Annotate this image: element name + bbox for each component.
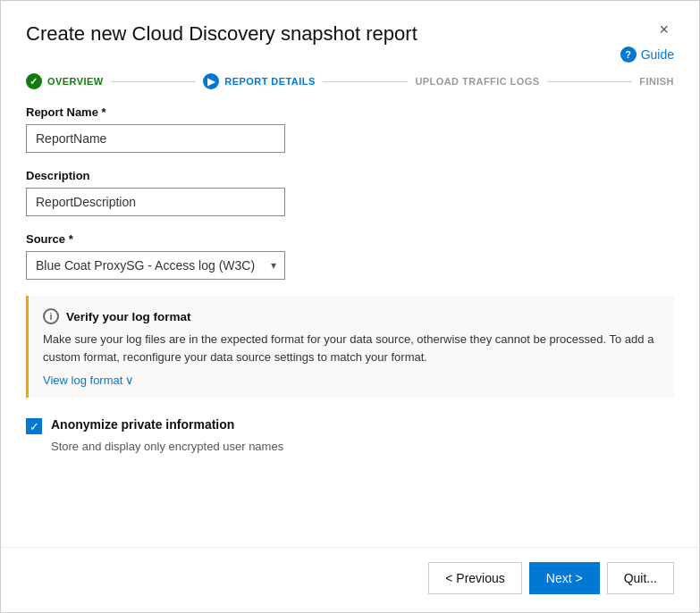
- anonymize-section: ✓ Anonymize private information Store an…: [26, 417, 674, 453]
- view-log-label: View log format: [43, 374, 122, 387]
- next-label: Next >: [546, 571, 583, 585]
- source-select-wrapper: Blue Coat ProxySG - Access log (W3C) Cis…: [26, 251, 285, 280]
- source-group: Source * Blue Coat ProxySG - Access log …: [26, 232, 674, 280]
- info-box-header: i Verify your log format: [43, 308, 660, 324]
- dialog-header: Create new Cloud Discovery snapshot repo…: [1, 1, 699, 73]
- guide-link[interactable]: ? Guide: [620, 46, 674, 63]
- step-upload-traffic-logs: UPLOAD TRAFFIC LOGS: [415, 76, 539, 87]
- step-label-finish: FINISH: [639, 76, 674, 87]
- step-line-1: [111, 81, 197, 82]
- step-report-details: ▶ REPORT DETAILS: [203, 73, 315, 89]
- quit-label: Quit...: [624, 571, 657, 585]
- anonymize-label: Anonymize private information: [51, 417, 234, 432]
- anonymize-checkbox[interactable]: ✓: [26, 418, 42, 434]
- dialog-body: Report Name * Description Source * Blue …: [1, 105, 699, 547]
- anonymize-description: Store and display only encrypted user na…: [51, 440, 674, 453]
- step-finish: FINISH: [639, 76, 674, 87]
- step-label-upload-traffic-logs: UPLOAD TRAFFIC LOGS: [415, 76, 539, 87]
- report-name-input[interactable]: [26, 124, 285, 153]
- guide-icon: ?: [620, 46, 637, 63]
- report-name-group: Report Name *: [26, 105, 674, 153]
- step-line-3: [547, 81, 633, 82]
- info-box: i Verify your log format Make sure your …: [26, 296, 674, 398]
- dialog-footer: < Previous Next > Quit...: [1, 547, 699, 612]
- step-label-report-details: REPORT DETAILS: [224, 76, 315, 87]
- step-icon-overview: ✓: [26, 73, 42, 89]
- guide-label: Guide: [641, 47, 674, 62]
- source-label: Source *: [26, 232, 674, 246]
- checkmark-icon: ✓: [30, 421, 39, 432]
- info-box-title: Verify your log format: [66, 310, 191, 323]
- description-input[interactable]: [26, 188, 285, 216]
- description-group: Description: [26, 169, 674, 216]
- previous-button[interactable]: < Previous: [428, 562, 522, 594]
- info-box-text: Make sure your log files are in the expe…: [43, 331, 660, 365]
- chevron-down-small-icon: ∨: [125, 374, 134, 387]
- main-dialog: Create new Cloud Discovery snapshot repo…: [0, 0, 700, 613]
- quit-button[interactable]: Quit...: [607, 562, 674, 594]
- step-overview: ✓ OVERVIEW: [26, 73, 104, 89]
- step-label-overview: OVERVIEW: [47, 76, 104, 87]
- close-button[interactable]: ×: [654, 19, 674, 41]
- anonymize-checkbox-row: ✓ Anonymize private information: [26, 417, 674, 434]
- next-button[interactable]: Next >: [529, 562, 600, 594]
- top-right-area: × ? Guide: [620, 22, 674, 63]
- dialog-title: Create new Cloud Discovery snapshot repo…: [26, 22, 417, 46]
- description-label: Description: [26, 169, 674, 182]
- step-icon-report-details: ▶: [203, 73, 219, 89]
- info-circle-icon: i: [43, 308, 59, 324]
- source-select[interactable]: Blue Coat ProxySG - Access log (W3C) Cis…: [26, 251, 285, 280]
- previous-label: < Previous: [445, 571, 505, 585]
- steps-bar: ✓ OVERVIEW ▶ REPORT DETAILS UPLOAD TRAFF…: [1, 73, 699, 105]
- step-line-2: [323, 81, 409, 82]
- report-name-label: Report Name *: [26, 105, 674, 119]
- view-log-format-link[interactable]: View log format ∨: [43, 374, 134, 387]
